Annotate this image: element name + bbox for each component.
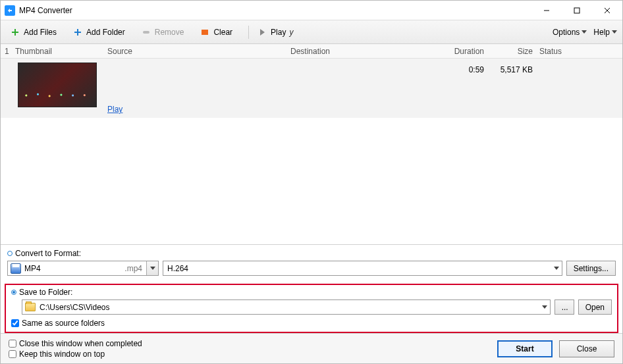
chevron-down-icon (542, 305, 547, 309)
col-index[interactable]: 1 (5, 47, 15, 56)
codec-value: H.264 (167, 264, 188, 273)
start-button[interactable]: Start (497, 340, 553, 357)
close-when-done-label: Close this window when completed (19, 339, 142, 348)
plus-folder-icon (72, 27, 83, 38)
clear-button[interactable]: Clear (196, 25, 236, 39)
play-button[interactable]: Play y (253, 25, 297, 39)
save-label: Save to Folder: (19, 288, 72, 297)
keep-on-top-input[interactable] (9, 350, 16, 358)
bullet-icon (11, 290, 16, 295)
help-menu[interactable]: Help (593, 28, 617, 37)
play-icon (257, 27, 267, 38)
duration-value: 0:59 (442, 63, 484, 74)
minus-icon (141, 27, 151, 38)
col-thumbnail[interactable]: Thumbnail (15, 47, 107, 56)
folder-icon (25, 303, 36, 311)
toolbar-separator (248, 26, 249, 39)
format-select[interactable]: MP4 .mp4 (7, 261, 159, 276)
keep-on-top-checkbox[interactable]: Keep this window on top (9, 350, 142, 359)
svg-rect-1 (574, 8, 580, 13)
col-status[interactable]: Status (533, 47, 618, 56)
play-label: Play (271, 28, 286, 37)
same-as-source-label: Same as source folders (22, 319, 105, 328)
format-ext: .mp4 (124, 264, 142, 273)
close-when-done-input[interactable] (9, 340, 16, 348)
add-files-button[interactable]: Add Files (6, 25, 61, 39)
keep-on-top-label: Keep this window on top (19, 350, 105, 359)
close-window-button[interactable] (592, 1, 622, 20)
options-menu[interactable]: Options (553, 28, 587, 37)
chevron-down-icon (612, 30, 617, 34)
clear-icon (200, 27, 210, 38)
bullet-icon (7, 251, 13, 256)
col-source[interactable]: Source (107, 47, 290, 56)
titlebar: MP4 Converter (1, 1, 622, 20)
svg-rect-4 (143, 31, 149, 34)
save-folder-panel: Save to Folder: C:\Users\CS\Videos ... O… (5, 284, 618, 333)
minimize-button[interactable] (531, 1, 562, 20)
toolbar: Add Files Add Folder Remove Clear Play y… (1, 20, 622, 44)
close-button[interactable]: Close (559, 340, 614, 357)
same-as-source-checkbox[interactable]: Same as source folders (11, 319, 612, 328)
app-icon (5, 5, 15, 16)
same-as-source-input[interactable] (11, 319, 19, 327)
footer: Close this window when completed Keep th… (1, 333, 622, 363)
size-value: 5,517 KB (484, 63, 533, 74)
maximize-button[interactable] (562, 1, 592, 20)
close-when-done-checkbox[interactable]: Close this window when completed (9, 339, 142, 348)
remove-button[interactable]: Remove (137, 25, 188, 39)
col-size[interactable]: Size (484, 47, 533, 56)
plus-icon (10, 27, 20, 38)
format-value: MP4 (24, 264, 41, 273)
add-files-label: Add Files (24, 28, 57, 37)
list-header: 1 Thumbnail Source Destination Duration … (1, 44, 622, 59)
chevron-down-icon (150, 267, 155, 270)
col-duration[interactable]: Duration (442, 47, 484, 56)
window-title: MP4 Converter (19, 6, 531, 15)
chevron-down-icon (582, 30, 587, 34)
play-link[interactable]: Play (107, 105, 122, 114)
clear-label: Clear (213, 28, 232, 37)
convert-panel: Convert to Format: MP4 .mp4 H.264 Settin… (1, 244, 622, 281)
disk-icon (11, 263, 21, 274)
open-folder-button[interactable]: Open (578, 299, 612, 315)
file-list: Play 0:59 5,517 KB (1, 59, 622, 244)
thumbnail-image (18, 63, 97, 107)
list-item[interactable]: Play 0:59 5,517 KB (1, 59, 622, 118)
format-dropdown-button[interactable] (146, 261, 158, 275)
chevron-down-icon (554, 267, 559, 270)
settings-button[interactable]: Settings... (566, 261, 616, 276)
col-destination[interactable]: Destination (290, 47, 442, 56)
svg-rect-5 (202, 30, 208, 35)
play-suffix: y (289, 28, 293, 37)
options-label: Options (553, 28, 580, 37)
convert-label: Convert to Format: (15, 249, 81, 258)
help-label: Help (593, 28, 610, 37)
add-folder-button[interactable]: Add Folder (68, 25, 129, 39)
remove-label: Remove (155, 28, 184, 37)
add-folder-label: Add Folder (86, 28, 125, 37)
codec-select[interactable]: H.264 (163, 261, 562, 276)
save-path-input[interactable]: C:\Users\CS\Videos (22, 299, 551, 315)
save-path-value: C:\Users\CS\Videos (40, 303, 109, 312)
browse-button[interactable]: ... (555, 299, 574, 315)
